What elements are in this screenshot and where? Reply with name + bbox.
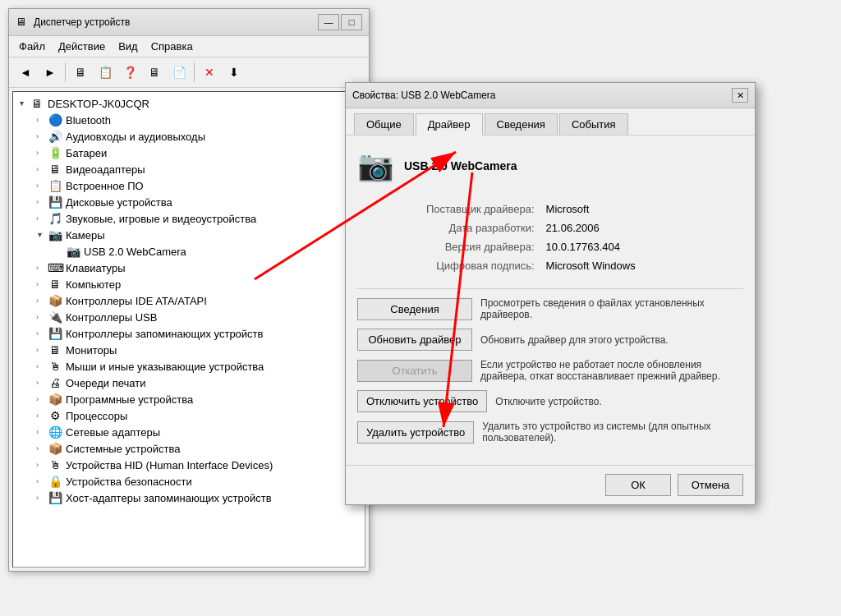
usb-arrow: › — [36, 313, 44, 321]
device-icon: 📷 — [357, 149, 394, 183]
list-button[interactable]: 📋 — [94, 61, 117, 84]
kbd-icon: ⌨ — [48, 261, 62, 274]
firmware-arrow: › — [36, 182, 44, 190]
properties-button[interactable]: 📄 — [168, 61, 191, 84]
tree-webcamera[interactable]: 📷 USB 2.0 WebCamera — [53, 243, 361, 260]
forward-button[interactable]: ► — [39, 61, 62, 84]
ide-arrow: › — [36, 297, 44, 305]
tree-print[interactable]: › 🖨 Очереди печати — [34, 375, 361, 391]
root-arrow: ▼ — [18, 99, 26, 108]
tree-mice[interactable]: › 🖱 Мыши и иные указывающие устройства — [34, 358, 361, 375]
tree-firmware[interactable]: › 📋 Встроенное ПО — [34, 177, 361, 194]
disk-icon: 💾 — [48, 195, 62, 209]
tree-keyboards[interactable]: › ⌨ Клавиатуры — [34, 260, 361, 276]
menu-view[interactable]: Вид — [112, 38, 145, 55]
sound-icon: 🎵 — [48, 212, 62, 225]
kbd-label: Клавиатуры — [66, 262, 126, 274]
print-arrow: › — [36, 379, 44, 387]
battery-icon: 🔋 — [48, 146, 62, 159]
tree-hid[interactable]: › 🖱 Устройства HID (Human Interface Devi… — [34, 457, 361, 473]
video-icon: 🖥 — [48, 163, 62, 176]
sound-arrow: › — [36, 214, 44, 223]
bluetooth-arrow: › — [36, 116, 44, 124]
device-tree[interactable]: ▼ 🖥 DESKTOP-JK0JCQR › 🔵 Bluetooth › 🔊 Ау… — [12, 91, 365, 568]
signature-value: Microsoft Windows — [543, 256, 743, 275]
tree-system[interactable]: › 📦 Системные устройства — [34, 440, 361, 457]
provider-label: Поставщик драйвера: — [357, 200, 543, 218]
update-driver-button[interactable]: Обновить драйвер — [357, 329, 472, 351]
tree-disk[interactable]: › 💾 Дисковые устройства — [34, 194, 361, 210]
tree-audio[interactable]: › 🔊 Аудиовходы и аудиовыходы — [34, 128, 361, 145]
cpu-label: Процессоры — [66, 410, 127, 422]
tree-cpu[interactable]: › ⚙ Процессоры — [34, 407, 361, 424]
tree-storage-ctrl[interactable]: › 💾 Контроллеры запоминающих устройств — [34, 325, 361, 342]
tree-video[interactable]: › 🖥 Видеоадаптеры — [34, 161, 361, 177]
action-row-details: Сведения Просмотреть сведения о файлах у… — [357, 297, 743, 320]
ide-icon: 📦 — [48, 294, 62, 307]
version-label: Версия драйвера: — [357, 237, 543, 256]
disk-arrow: › — [36, 198, 44, 206]
ide-label: Контроллеры IDE ATA/ATAPI — [66, 295, 207, 307]
driver-version-row: Версия драйвера: 10.0.17763.404 — [357, 237, 743, 256]
date-value: 21.06.2006 — [543, 218, 743, 237]
cameras-icon: 📷 — [48, 228, 62, 241]
menu-action[interactable]: Действие — [52, 38, 112, 55]
tree-software[interactable]: › 📦 Программные устройства — [34, 391, 361, 407]
refresh-button[interactable]: 🖥 — [143, 61, 166, 84]
usb-label: Контроллеры USB — [66, 311, 157, 324]
update-button[interactable]: ⬇ — [223, 61, 246, 84]
tree-sound[interactable]: › 🎵 Звуковые, игровые и видеоустройства — [34, 210, 361, 227]
tree-monitors[interactable]: › 🖥 Мониторы — [34, 342, 361, 358]
version-value: 10.0.17763.404 — [543, 237, 743, 256]
tree-root[interactable]: ▼ 🖥 DESKTOP-JK0JCQR — [16, 95, 361, 112]
disk-label: Дисковые устройства — [66, 196, 172, 209]
audio-icon: 🔊 — [48, 130, 62, 143]
tree-battery[interactable]: › 🔋 Батареи — [34, 145, 361, 161]
network-label: Сетевые адаптеры — [66, 426, 160, 439]
monitors-icon: 🖥 — [48, 343, 62, 356]
tab-general[interactable]: Общие — [354, 113, 414, 135]
sound-label: Звуковые, игровые и видеоустройства — [66, 213, 256, 225]
uninstall-device-button[interactable]: Удалить устройство — [357, 421, 474, 444]
minimize-button[interactable]: — — [318, 14, 339, 30]
webcam-label: USB 2.0 WebCamera — [84, 246, 186, 258]
menu-help[interactable]: Справка — [145, 38, 200, 55]
computer-button[interactable]: 🖥 — [69, 61, 92, 84]
maximize-button[interactable]: □ — [341, 14, 362, 30]
tree-host[interactable]: › 💾 Хост-адаптеры запоминающих устройств — [34, 490, 361, 506]
computer-arrow: › — [36, 280, 44, 288]
tree-ide[interactable]: › 📦 Контроллеры IDE ATA/ATAPI — [34, 292, 361, 309]
tree-security[interactable]: › 🔒 Устройства безопасности — [34, 473, 361, 490]
dialog-close-button[interactable]: ✕ — [732, 88, 748, 103]
video-label: Видеоадаптеры — [66, 163, 145, 176]
title-controls: — □ — [318, 14, 362, 30]
tab-details[interactable]: Сведения — [485, 113, 558, 135]
software-icon: 📦 — [48, 393, 62, 406]
storage-ctrl-label: Контроллеры запоминающих устройств — [66, 328, 263, 340]
back-button[interactable]: ◄ — [14, 61, 37, 84]
help-button[interactable]: ❓ — [118, 61, 141, 84]
cancel-button[interactable]: Отмена — [678, 474, 743, 496]
tree-cameras[interactable]: ▼ 📷 Камеры — [34, 227, 361, 243]
tree-usb[interactable]: › 🔌 Контроллеры USB — [34, 309, 361, 325]
root-children: › 🔵 Bluetooth › 🔊 Аудиовходы и аудиовыхо… — [16, 112, 361, 506]
software-label: Программные устройства — [66, 393, 193, 406]
disable-button[interactable]: Отключить устройство — [357, 390, 487, 412]
tab-driver[interactable]: Драйвер — [416, 113, 483, 136]
tree-bluetooth[interactable]: › 🔵 Bluetooth — [34, 112, 361, 128]
action-row-disable: Отключить устройство Отключите устройств… — [357, 390, 743, 412]
details-button[interactable]: Сведения — [357, 298, 472, 320]
uninstall-button[interactable]: ✕ — [198, 61, 221, 84]
cpu-arrow: › — [36, 411, 44, 420]
tree-network[interactable]: › 🌐 Сетевые адаптеры — [34, 424, 361, 440]
menu-file[interactable]: Файл — [12, 38, 52, 55]
host-label: Хост-адаптеры запоминающих устройств — [66, 492, 272, 504]
rollback-button[interactable]: Откатить — [357, 360, 472, 382]
print-icon: 🖨 — [48, 376, 62, 389]
tab-events[interactable]: События — [559, 113, 628, 135]
action-row-rollback: Откатить Если устройство не работает пос… — [357, 359, 743, 382]
system-label: Системные устройства — [66, 443, 180, 455]
host-icon: 💾 — [48, 491, 62, 504]
ok-button[interactable]: ОК — [605, 474, 671, 496]
tree-computer[interactable]: › 🖥 Компьютер — [34, 276, 361, 292]
